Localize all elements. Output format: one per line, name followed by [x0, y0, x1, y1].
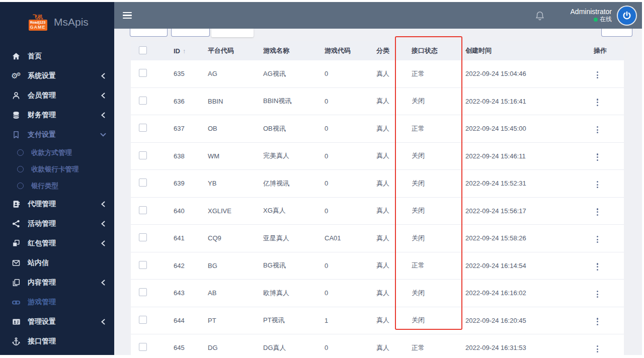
sidebar-item-label: 收款方式管理	[31, 148, 106, 157]
cell-platform_code: AB	[200, 289, 255, 297]
user-menu[interactable]: Administrator 在线	[571, 8, 612, 23]
row-actions-kebab-icon[interactable]	[594, 124, 601, 136]
sidebar-item-game-management[interactable]: 游戏管理	[0, 292, 114, 312]
cell-platform_code: BG	[200, 262, 255, 270]
sidebar-item-system-settings[interactable]: ⚙⚙系统设置	[0, 66, 114, 85]
cell-select	[131, 233, 166, 243]
sidebar-item-payment-method-management[interactable]: 收款方式管理	[0, 144, 114, 161]
notifications-bell-icon[interactable]	[535, 11, 544, 21]
sidebar-item-label: 会员管理	[28, 91, 100, 100]
cell-created_at: 2022-09-24 15:56:17	[457, 207, 586, 215]
row-actions-kebab-icon[interactable]	[594, 97, 601, 108]
cell-api_status: 正常	[404, 343, 457, 352]
cell-platform_code: DG	[200, 344, 255, 351]
cell-api_status: 正常	[404, 124, 457, 133]
column-header-id[interactable]: ID↑	[166, 47, 200, 55]
row-checkbox[interactable]	[139, 97, 147, 105]
row-actions-kebab-icon[interactable]	[594, 289, 601, 300]
toolbar-dropdown-clipped[interactable]	[211, 29, 254, 37]
sidebar-item-payment-settings[interactable]: 支付设置	[0, 125, 114, 144]
logo-badge-line1: 飞机	[33, 14, 43, 20]
row-checkbox[interactable]	[139, 124, 147, 132]
table-row: 640XGLIVEXG真人0真人关闭2022-09-24 15:56:17	[131, 198, 624, 225]
row-checkbox[interactable]	[139, 261, 147, 269]
cell-api_status: 正常	[404, 69, 457, 78]
toolbar-button-1-clipped[interactable]	[130, 29, 168, 37]
row-checkbox[interactable]	[139, 233, 147, 241]
logo-badge-line3: GAME	[30, 25, 46, 30]
cell-id: 642	[166, 262, 200, 270]
cell-category: 真人	[368, 151, 404, 160]
cell-id: 640	[166, 207, 200, 215]
logo-badge-line2: Readj123	[30, 20, 46, 25]
row-actions-kebab-icon[interactable]	[594, 179, 601, 191]
sidebar-item-finance-management[interactable]: 财务管理	[0, 105, 114, 125]
table-row: 643AB欧博真人0真人关闭2022-09-24 16:16:02	[131, 280, 624, 307]
chevron-left-icon	[100, 221, 106, 227]
row-actions-kebab-icon[interactable]	[594, 261, 601, 273]
cell-category: 真人	[368, 97, 404, 106]
sidebar-item-home[interactable]: 首页	[0, 46, 114, 66]
row-checkbox[interactable]	[139, 151, 147, 159]
toolbar-button-2-clipped[interactable]	[171, 29, 210, 37]
cell-id: 636	[166, 98, 200, 105]
toolbar-button-right-clipped[interactable]	[601, 29, 632, 37]
cell-game_name: 欧博真人	[255, 289, 316, 298]
cell-game_code: 0	[316, 125, 368, 132]
sidebar-item-bank-type[interactable]: 银行类型	[0, 177, 114, 194]
column-header-platform_code: 平台代码	[200, 46, 255, 55]
cell-select	[131, 97, 166, 106]
cell-id: 635	[166, 70, 200, 77]
cell-created_at: 2022-09-24 16:16:02	[457, 289, 586, 297]
sidebar-item-member-management[interactable]: 会员管理	[0, 85, 114, 105]
sidebar-item-label: 红包管理	[28, 239, 100, 248]
cell-id: 638	[166, 152, 200, 160]
cell-actions	[586, 67, 624, 80]
app-logo[interactable]: 飞机 Readj123 GAME MsApis	[0, 2, 114, 41]
row-checkbox[interactable]	[139, 343, 147, 351]
chevron-left-icon	[100, 280, 106, 286]
address-book-icon	[11, 199, 21, 209]
sidebar-item-admin-settings[interactable]: 管理设置	[0, 312, 114, 331]
cell-created_at: 2022-09-24 16:14:54	[457, 262, 586, 270]
sidebar-item-content-management[interactable]: 内容管理	[0, 273, 114, 292]
sidebar-item-redpacket-management[interactable]: 红包管理	[0, 233, 114, 253]
sidebar-item-agent-management[interactable]: 代理管理	[0, 194, 114, 214]
sidebar-toggle-button[interactable]	[123, 11, 132, 21]
cell-id: 639	[166, 180, 200, 187]
cell-actions	[586, 204, 624, 218]
cell-game_name: DG真人	[255, 343, 316, 352]
row-checkbox[interactable]	[139, 178, 147, 187]
cell-game_code: 0	[316, 207, 368, 215]
row-actions-kebab-icon[interactable]	[594, 234, 601, 245]
cell-category: 真人	[368, 69, 404, 78]
sidebar-item-payment-bank-card-management[interactable]: 收款银行卡管理	[0, 161, 114, 177]
cell-id: 645	[166, 344, 200, 351]
app-window: 飞机 Readj123 GAME MsApis 首页⚙⚙系统设置会员管理财务管理…	[0, 0, 644, 358]
row-checkbox[interactable]	[139, 288, 147, 296]
row-actions-kebab-icon[interactable]	[594, 343, 601, 355]
cell-platform_code: PT	[200, 317, 255, 324]
cell-select	[131, 69, 166, 78]
sidebar-item-activity-management[interactable]: 活动管理	[0, 214, 114, 233]
row-actions-kebab-icon[interactable]	[594, 151, 601, 163]
logout-button[interactable]	[618, 7, 636, 25]
row-checkbox[interactable]	[139, 206, 147, 214]
table-row: 641CQ9亚星真人CA01真人关闭2022-09-24 15:58:26	[131, 225, 624, 252]
sidebar-item-site-message[interactable]: 站内信	[0, 253, 114, 273]
content-area: ID↑平台代码游戏名称游戏代码分类接口状态创建时间操作 635AGAG视讯0真人…	[114, 29, 642, 355]
cell-id: 643	[166, 289, 200, 297]
select-all-checkbox[interactable]	[139, 46, 147, 54]
row-actions-kebab-icon[interactable]	[594, 316, 601, 327]
cell-created_at: 2022-09-24 16:20:45	[457, 317, 586, 324]
cell-created_at: 2022-09-24 15:46:11	[457, 152, 586, 160]
sidebar-item-label: 收款银行卡管理	[31, 165, 106, 174]
row-actions-kebab-icon[interactable]	[594, 69, 601, 81]
cell-category: 真人	[368, 316, 404, 325]
row-checkbox[interactable]	[139, 316, 147, 324]
sidebar-item-api-management[interactable]: 接口管理	[0, 331, 114, 351]
row-checkbox[interactable]	[139, 69, 147, 77]
row-actions-kebab-icon[interactable]	[594, 206, 601, 218]
cell-game_name: 亿博视讯	[255, 179, 316, 188]
cell-select	[131, 124, 166, 133]
